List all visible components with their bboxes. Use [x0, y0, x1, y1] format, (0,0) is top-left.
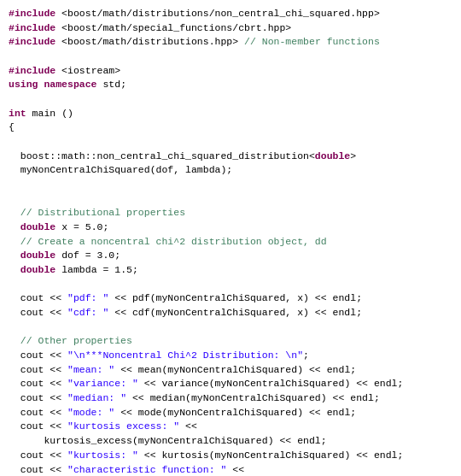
code-line-27: cout << "variance: " << variance(myNonCe… [9, 377, 452, 391]
code-line-3: #include <boost/math/distributions.hpp> … [9, 35, 452, 50]
code-line-1: #include <boost/math/distributions/non_c… [9, 7, 452, 21]
code-line-20 [9, 278, 452, 292]
code-line-21: cout << "pdf: " << pdf(myNonCentralChiSq… [9, 291, 452, 306]
code-line-2: #include <boost/math/special_functions/c… [9, 21, 452, 36]
code-line-19: double lambda = 1.5; [9, 263, 452, 278]
code-line-14 [9, 192, 452, 207]
code-line-10 [9, 135, 452, 150]
code-line-17: // Create a noncentral chi^2 distributio… [9, 235, 452, 250]
code-line-23 [9, 320, 452, 335]
code-line-9: { [9, 120, 452, 135]
code-line-13 [9, 178, 452, 192]
code-line-24: // Other properties [9, 334, 452, 349]
code-line-7 [9, 92, 452, 107]
code-line-33: cout << "characteristic function: " << [9, 463, 452, 477]
code-line-29: cout << "mode: " << mode(myNonCentralChi… [9, 406, 452, 420]
code-line-30: cout << "kurtosis excess: " << [9, 420, 452, 434]
code-line-6: using namespace std; [9, 78, 452, 92]
code-editor: #include <boost/math/distributions/non_c… [0, 0, 461, 476]
code-line-4 [9, 50, 452, 64]
code-line-11: boost::math::non_central_chi_squared_dis… [9, 150, 452, 164]
code-line-22: cout << "cdf: " << cdf(myNonCentralChiSq… [9, 306, 452, 320]
code-line-16: double x = 5.0; [9, 220, 452, 235]
code-line-18: double dof = 3.0; [9, 249, 452, 263]
code-line-26: cout << "mean: " << mean(myNonCentralChi… [9, 363, 452, 378]
code-line-31: kurtosis_excess(myNonCentralChiSquared) … [9, 434, 452, 449]
code-line-8: int main () [9, 107, 452, 121]
code-line-12: myNonCentralChiSquared(dof, lambda); [9, 163, 452, 178]
code-line-15: // Distributional properties [9, 206, 452, 220]
code-line-25: cout << "\n***Noncentral Chi^2 Distribut… [9, 349, 452, 363]
code-line-32: cout << "kurtosis: " << kurtosis(myNonCe… [9, 449, 452, 463]
code-line-5: #include <iostream> [9, 64, 452, 79]
code-line-28: cout << "median: " << median(myNonCentra… [9, 391, 452, 406]
